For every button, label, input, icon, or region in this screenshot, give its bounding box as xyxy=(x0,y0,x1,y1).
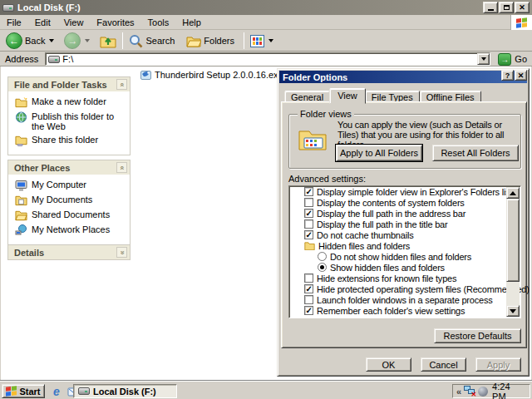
checkbox-icon[interactable] xyxy=(304,219,313,229)
setting-row[interactable]: Show hidden files and folders xyxy=(289,262,520,273)
new-folder-icon xyxy=(15,96,27,108)
radio-icon[interactable] xyxy=(318,252,327,261)
sidebar-item-label: My Computer xyxy=(32,180,121,190)
scroll-up-button[interactable] xyxy=(506,187,520,199)
setting-row[interactable]: Launch folder windows in a separate proc… xyxy=(289,294,520,305)
setting-row[interactable]: Do not show hidden files and folders xyxy=(289,251,520,262)
pane-header[interactable]: Details « xyxy=(8,245,130,259)
address-value: F:\ xyxy=(62,54,73,64)
sidebar-item-label: My Network Places xyxy=(32,224,121,234)
go-label[interactable]: Go xyxy=(515,54,527,64)
scrollbar[interactable] xyxy=(506,187,520,317)
dialog-titlebar[interactable]: Folder Options xyxy=(279,71,527,83)
taskbar: Start e Local Disk (F:) « ✕ 4:24 PM xyxy=(0,381,532,399)
checkbox-icon[interactable] xyxy=(304,230,313,239)
setting-row[interactable]: Remember each folder's view settings xyxy=(289,305,520,316)
setting-label: Hide protected operating system files (R… xyxy=(317,284,530,294)
checkbox-icon[interactable] xyxy=(304,209,313,218)
folder-views-icon xyxy=(298,125,328,151)
advanced-settings-label: Advanced settings: xyxy=(288,174,366,184)
back-dropdown-icon[interactable] xyxy=(49,39,54,42)
setting-label: Show hidden files and folders xyxy=(330,263,445,273)
apply-button[interactable]: Apply xyxy=(475,357,521,372)
views-dropdown-icon[interactable] xyxy=(268,39,273,42)
collapse-chevron-icon[interactable]: « xyxy=(116,79,127,90)
address-input[interactable]: F:\ xyxy=(45,52,490,66)
forward-button[interactable]: → xyxy=(62,32,92,50)
sidebar-item-share-folder[interactable]: Share this folder xyxy=(15,135,126,146)
cancel-button[interactable]: Cancel xyxy=(421,357,466,372)
expand-chevron-icon[interactable]: « xyxy=(116,247,127,258)
apply-to-all-folders-button[interactable]: Apply to All Folders xyxy=(336,145,422,161)
setting-row[interactable]: Display the full path in the title bar xyxy=(289,219,520,229)
scroll-down-button[interactable] xyxy=(506,305,520,317)
setting-row[interactable]: Display the full path in the address bar xyxy=(289,208,520,219)
tray-chevron-icon[interactable]: « xyxy=(456,387,461,397)
setting-row[interactable]: Hide extensions for known file types xyxy=(289,273,520,283)
menu-help[interactable]: Help xyxy=(175,16,208,29)
dialog-close-button[interactable]: ✕ xyxy=(515,70,527,81)
group-legend: Folder views xyxy=(298,109,354,119)
sidebar-item-my-network-places[interactable]: My Network Places xyxy=(15,224,126,236)
scrollbar-thumb[interactable] xyxy=(506,199,520,282)
setting-label: Do not cache thumbnails xyxy=(317,230,413,240)
radio-icon[interactable] xyxy=(318,263,327,272)
tab-view[interactable]: View xyxy=(329,88,366,104)
folders-icon xyxy=(186,35,201,47)
pane-header[interactable]: File and Folder Tasks « xyxy=(8,77,130,91)
taskbar-task-local-disk[interactable]: Local Disk (F:) xyxy=(73,384,177,398)
checkbox-icon[interactable] xyxy=(304,284,313,293)
pane-header[interactable]: Other Places « xyxy=(8,160,130,175)
file-name: Thunderbird Setup 2.0.0.16.exe xyxy=(155,70,283,80)
desktop: Local Disk (F:) ✕ File Edit View Favorit… xyxy=(0,0,532,399)
checkbox-icon[interactable] xyxy=(304,187,313,196)
tray-icon[interactable] xyxy=(478,387,488,397)
sidebar-item-my-computer[interactable]: My Computer xyxy=(15,180,126,191)
menu-file[interactable]: File xyxy=(0,16,28,29)
search-button[interactable]: Search xyxy=(126,33,177,49)
setting-label: Remember each folder's view settings xyxy=(317,306,465,316)
checkbox-icon[interactable] xyxy=(304,198,313,207)
menu-view[interactable]: View xyxy=(57,16,91,29)
help-button[interactable]: ? xyxy=(501,70,514,81)
sidebar-item-my-documents[interactable]: My Documents xyxy=(15,195,126,206)
checkbox-icon[interactable] xyxy=(304,306,313,315)
setting-row[interactable]: Hide protected operating system files (R… xyxy=(289,283,520,294)
explorer-titlebar[interactable]: Local Disk (F:) xyxy=(0,0,532,15)
address-dropdown-button[interactable] xyxy=(477,53,490,65)
restore-icon xyxy=(504,5,510,10)
menu-tools[interactable]: Tools xyxy=(141,16,176,29)
up-folder-icon xyxy=(100,34,116,48)
internet-explorer-icon[interactable]: e xyxy=(50,385,63,398)
setting-row[interactable]: Display the contents of system folders xyxy=(289,197,520,208)
toolbar-separator xyxy=(244,32,244,49)
ok-button[interactable]: OK xyxy=(366,357,411,372)
sidebar-item-make-new-folder[interactable]: Make a new folder xyxy=(15,96,126,108)
network-places-icon xyxy=(15,224,27,236)
menu-edit[interactable]: Edit xyxy=(28,16,57,29)
file-item[interactable]: Thunderbird Setup 2.0.0.16.exe xyxy=(140,69,283,80)
start-button[interactable]: Start xyxy=(2,384,45,398)
views-button[interactable] xyxy=(248,34,276,48)
folder-options-dialog: Folder Options ? ✕ General View File Typ… xyxy=(277,68,530,377)
menu-favorites[interactable]: Favorites xyxy=(90,16,140,29)
restore-defaults-button[interactable]: Restore Defaults xyxy=(434,328,521,343)
setting-row[interactable]: Hidden files and folders xyxy=(289,240,520,251)
back-button[interactable]: ← Back xyxy=(3,32,57,50)
checkbox-icon[interactable] xyxy=(304,273,313,283)
checkbox-icon[interactable] xyxy=(304,295,313,304)
setting-row[interactable]: Display simple folder view in Explorer's… xyxy=(289,186,520,197)
folders-button[interactable]: Folders xyxy=(184,34,237,48)
minimize-button[interactable] xyxy=(483,2,498,13)
up-button[interactable] xyxy=(97,33,119,49)
collapse-chevron-icon[interactable]: « xyxy=(116,162,127,173)
sidebar-item-shared-documents[interactable]: Shared Documents xyxy=(15,209,126,221)
go-icon[interactable]: → xyxy=(498,53,511,66)
reset-all-folders-button[interactable]: Reset All Folders xyxy=(432,145,519,161)
setting-row[interactable]: Do not cache thumbnails xyxy=(289,229,520,240)
network-disconnected-icon[interactable]: ✕ xyxy=(464,386,475,397)
restore-button[interactable] xyxy=(499,2,514,13)
close-button[interactable]: ✕ xyxy=(515,2,530,13)
clock: 4:24 PM xyxy=(492,382,526,399)
sidebar-item-publish-folder[interactable]: Publish this folder to the Web xyxy=(15,111,126,131)
